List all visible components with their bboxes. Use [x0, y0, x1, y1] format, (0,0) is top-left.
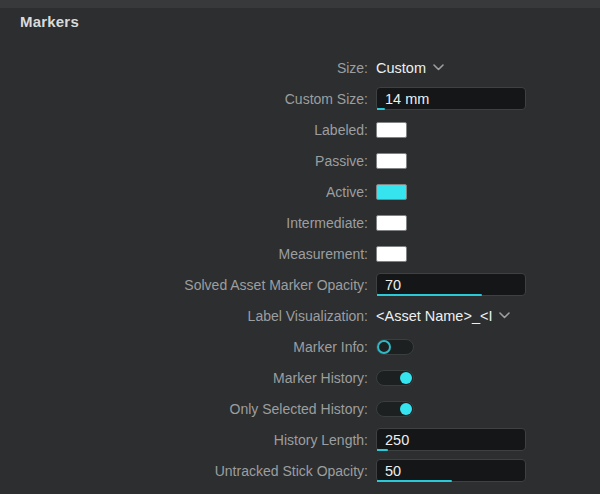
row-marker-history: Marker History: [0, 362, 600, 393]
row-marker-info: Marker Info: [0, 331, 600, 362]
row-custom-size: Custom Size: [0, 83, 600, 114]
row-active: Active: [0, 176, 600, 207]
chevron-down-icon [499, 312, 510, 319]
size-dropdown[interactable]: Custom [376, 60, 444, 76]
solved-asset-marker-opacity-input[interactable] [376, 273, 526, 296]
intermediate-color-swatch[interactable] [376, 215, 407, 231]
measurement-color-swatch[interactable] [376, 246, 407, 262]
row-intermediate: Intermediate: [0, 207, 600, 238]
label-visualization-dropdown[interactable]: <Asset Name>_<I [376, 308, 510, 324]
marker-history-toggle[interactable] [376, 370, 414, 386]
only-selected-history-label: Only Selected History: [0, 401, 368, 417]
custom-size-label: Custom Size: [0, 91, 368, 107]
value-fill-bar [377, 108, 385, 110]
untracked-stick-opacity-input[interactable] [376, 459, 526, 482]
row-measurement: Measurement: [0, 238, 600, 269]
size-dropdown-value: Custom [376, 60, 426, 76]
history-length-input[interactable] [376, 428, 526, 451]
passive-color-swatch[interactable] [376, 153, 407, 169]
marker-history-label: Marker History: [0, 370, 368, 386]
row-history-length: History Length: [0, 424, 600, 455]
row-labeled: Labeled: [0, 114, 600, 145]
toggle-knob [377, 340, 391, 354]
toggle-knob [400, 403, 412, 415]
value-fill-bar [377, 480, 452, 482]
top-divider [0, 0, 600, 8]
row-solved-asset-marker-opacity: Solved Asset Marker Opacity: [0, 269, 600, 300]
history-length-label: History Length: [0, 432, 368, 448]
active-color-swatch[interactable] [376, 184, 407, 200]
settings-list: Size: Custom Custom Size: Labeled: Passi… [0, 52, 600, 486]
label-visualization-label: Label Visualization: [0, 308, 368, 324]
value-fill-bar [377, 294, 482, 296]
labeled-color-swatch[interactable] [376, 122, 407, 138]
size-label: Size: [0, 60, 368, 76]
intermediate-label: Intermediate: [0, 215, 368, 231]
chevron-down-icon [433, 64, 444, 71]
history-length-field [376, 428, 526, 451]
labeled-label: Labeled: [0, 122, 368, 138]
passive-label: Passive: [0, 153, 368, 169]
value-fill-bar [377, 449, 388, 451]
page-title: Markers [20, 13, 79, 30]
untracked-stick-opacity-field [376, 459, 526, 482]
custom-size-field [376, 87, 526, 110]
row-untracked-stick-opacity: Untracked Stick Opacity: [0, 455, 600, 486]
row-only-selected-history: Only Selected History: [0, 393, 600, 424]
row-label-visualization: Label Visualization: <Asset Name>_<I [0, 300, 600, 331]
only-selected-history-toggle[interactable] [376, 401, 414, 417]
label-visualization-dropdown-value: <Asset Name>_<I [376, 308, 492, 324]
row-passive: Passive: [0, 145, 600, 176]
measurement-label: Measurement: [0, 246, 368, 262]
marker-info-label: Marker Info: [0, 339, 368, 355]
toggle-knob [400, 372, 412, 384]
marker-info-toggle[interactable] [376, 339, 414, 355]
row-size: Size: Custom [0, 52, 600, 83]
solved-asset-marker-opacity-label: Solved Asset Marker Opacity: [0, 277, 368, 293]
untracked-stick-opacity-label: Untracked Stick Opacity: [0, 463, 368, 479]
active-label: Active: [0, 184, 368, 200]
custom-size-input[interactable] [376, 87, 526, 110]
solved-asset-marker-opacity-field [376, 273, 526, 296]
